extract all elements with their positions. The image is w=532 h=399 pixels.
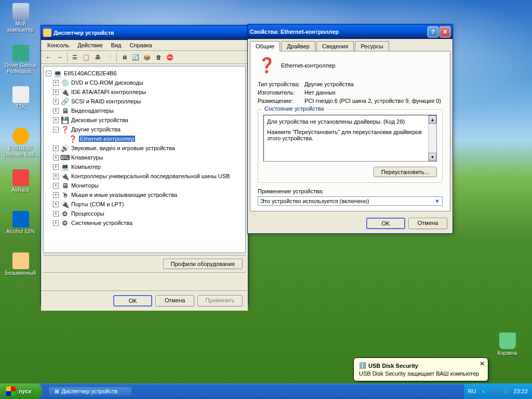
tree-item[interactable]: +💿DVD и CD-ROM дисководы <box>53 78 243 87</box>
reinstall-button[interactable]: Переустановить... <box>374 167 437 177</box>
desktop-icon-my-computer[interactable]: Мойкомпьютер <box>1 3 40 33</box>
devmgr-toolbar: ← → ☰ 📋 🖶 ❔ 🖥 🔄 📦 🗑 ⛔ <box>41 51 248 64</box>
expand-icon[interactable]: + <box>53 202 59 207</box>
windows-logo-icon <box>6 387 16 396</box>
tb-help-icon[interactable]: ❔ <box>104 52 114 62</box>
tree-item[interactable]: +⌨Клавиатуры <box>53 153 243 162</box>
menu-help[interactable]: Справка <box>126 41 156 49</box>
menu-console[interactable]: Консоль <box>43 41 73 49</box>
usage-combo[interactable]: Это устройство используется (включено) ▼ <box>258 196 443 206</box>
category-icon: 🔌 <box>61 200 69 208</box>
menu-action[interactable]: Действие <box>73 41 107 49</box>
tray-chevron-icon[interactable]: ‹ <box>479 387 487 395</box>
expand-icon[interactable]: + <box>53 89 59 95</box>
expand-icon[interactable]: + <box>53 183 59 189</box>
tree-item[interactable]: +🔊Звуковые, видео и игровые устройства <box>53 143 243 153</box>
close-button[interactable]: ✕ <box>440 26 450 37</box>
tree-item[interactable]: −❓Другие устройства <box>53 125 243 134</box>
devmgr-titlebar[interactable]: Диспетчер устройств <box>41 25 248 40</box>
tree-root[interactable]: −💻E85140ACCB2E4B6 <box>46 69 243 78</box>
expand-icon[interactable]: + <box>53 155 59 161</box>
status-scrollbar[interactable]: ▲ ▼ <box>428 115 436 161</box>
devmgr-icon <box>43 29 51 37</box>
chevron-down-icon: ▼ <box>434 198 440 204</box>
tray-shield-icon[interactable]: 🛡 <box>490 387 499 395</box>
taskbar: пуск 🖥Диспетчер устройств RU ‹ 🛡 ⚠ 23:22 <box>0 383 532 399</box>
prop-label-mfr: Изготовитель: <box>258 89 304 96</box>
expand-icon[interactable]: + <box>53 108 59 114</box>
tb-tree-icon[interactable]: ☰ <box>70 52 80 62</box>
system-tray: RU ‹ 🛡 ⚠ 23:22 <box>463 383 532 399</box>
expand-icon[interactable]: + <box>53 211 59 217</box>
category-icon: 🔊 <box>61 144 69 152</box>
expand-icon[interactable]: − <box>46 71 51 76</box>
expand-icon[interactable]: + <box>53 99 59 104</box>
tree-item[interactable]: +🖱Мыши и иные указывающие устройства <box>53 190 243 200</box>
desktop-icon-recycle-bin[interactable]: Корзина <box>488 332 527 356</box>
tree-item-ethernet[interactable]: ❓Ethernet-контроллер <box>69 134 243 143</box>
start-button[interactable]: пуск <box>0 383 42 399</box>
tb-scan-icon[interactable]: 🖥 <box>119 52 129 62</box>
tree-item[interactable]: +💾Дисковые устройства <box>53 115 243 125</box>
tb-refresh-icon[interactable]: 🔄 <box>130 52 141 62</box>
tb-update-icon[interactable]: 📦 <box>142 52 152 62</box>
tree-item[interactable]: +🔌Порты (COM и LPT) <box>53 200 243 209</box>
tray-clock[interactable]: 23:22 <box>513 388 528 394</box>
tb-print-icon[interactable]: 🖶 <box>92 52 103 62</box>
props-cancel-button[interactable]: Отмена <box>408 218 447 229</box>
properties-window: Свойства: Ethernet-контроллер ? ✕ Общие … <box>247 24 453 234</box>
expand-icon[interactable]: + <box>53 174 59 179</box>
scroll-up-icon[interactable]: ▲ <box>429 115 436 124</box>
tab-general[interactable]: Общие <box>250 41 280 51</box>
expand-icon[interactable]: − <box>53 127 59 132</box>
tree-item[interactable]: +🔌IDE ATA/ATAPI контроллеры <box>53 87 243 97</box>
expand-icon[interactable]: + <box>53 192 59 198</box>
prop-value-mfr: Нет данных <box>304 89 336 96</box>
category-icon: ❓ <box>61 125 69 134</box>
desktop-icon-avrack[interactable]: AvRack <box>1 169 40 193</box>
balloon-text: USB Disk Security защищает ВАШ компьютер <box>359 370 483 377</box>
tb-props-icon[interactable]: 📋 <box>81 52 91 62</box>
desktop-icon-driver-genius[interactable]: Driver GeniusProfession.. <box>1 45 40 75</box>
hardware-profiles-button[interactable]: Профили оборудования <box>163 259 243 269</box>
tree-item[interactable]: +🖥Видеоадаптеры <box>53 106 243 115</box>
status-textbox[interactable]: Для устройства не установлены драйверы. … <box>263 115 437 162</box>
device-tree[interactable]: −💻E85140ACCB2E4B6 +💿DVD и CD-ROM дисково… <box>43 66 246 253</box>
scroll-down-icon[interactable]: ▼ <box>429 153 436 161</box>
desktop-icon-unnamed[interactable]: Безымянный <box>1 252 40 276</box>
tray-warning-icon[interactable]: ⚠ <box>502 387 510 395</box>
tb-uninstall-icon[interactable]: 🗑 <box>153 52 164 62</box>
tb-back-icon[interactable]: ← <box>43 52 54 62</box>
expand-icon[interactable]: + <box>53 117 59 123</box>
tree-item[interactable]: +⚙Процессоры <box>53 209 243 218</box>
tab-driver[interactable]: Драйвер <box>281 41 315 51</box>
devmgr-cancel-button[interactable]: Отмена <box>155 295 194 307</box>
usage-label: Применение устройства: <box>258 188 443 194</box>
expand-icon[interactable]: + <box>53 164 59 170</box>
desktop-icon-everest[interactable]: EVERESTUltimate Editi.. <box>1 128 40 158</box>
tree-item[interactable]: +🔗SCSI и RAID контроллеры <box>53 97 243 106</box>
props-titlebar[interactable]: Свойства: Ethernet-контроллер ? ✕ <box>248 24 453 39</box>
tray-lang[interactable]: RU <box>468 388 476 394</box>
taskbar-item-devmgr[interactable]: 🖥Диспетчер устройств <box>48 387 131 396</box>
props-ok-button[interactable]: OK <box>366 218 405 229</box>
expand-icon[interactable]: + <box>53 145 59 151</box>
tb-forward-icon[interactable]: → <box>55 52 65 62</box>
expand-icon[interactable]: + <box>53 80 59 86</box>
help-button[interactable]: ? <box>428 26 438 37</box>
expand-icon[interactable]: + <box>53 220 59 226</box>
tb-disable-icon[interactable]: ⛔ <box>165 52 175 62</box>
prop-value-loc: PCI гнездо 6 (PCI шина 2, устройство 9, … <box>304 98 441 104</box>
tree-item[interactable]: +💻Компьютер <box>53 162 243 171</box>
tree-item[interactable]: +⚙Системные устройства <box>53 218 243 228</box>
tab-details[interactable]: Сведения <box>316 41 354 51</box>
task-icon: 🖥 <box>54 388 59 394</box>
menu-view[interactable]: Вид <box>107 41 126 49</box>
balloon-close-icon[interactable]: ✕ <box>480 360 485 367</box>
desktop-icon-ttk[interactable]: TTK <box>1 86 40 110</box>
devmgr-ok-button[interactable]: OK <box>113 295 152 307</box>
tab-resources[interactable]: Ресурсы <box>355 41 389 51</box>
tree-item[interactable]: +🖥Мониторы <box>53 181 243 190</box>
tree-item[interactable]: +🔌Контроллеры универсальной последовател… <box>53 171 243 181</box>
desktop-icon-alcohol[interactable]: Alcohol 52% <box>1 211 40 235</box>
